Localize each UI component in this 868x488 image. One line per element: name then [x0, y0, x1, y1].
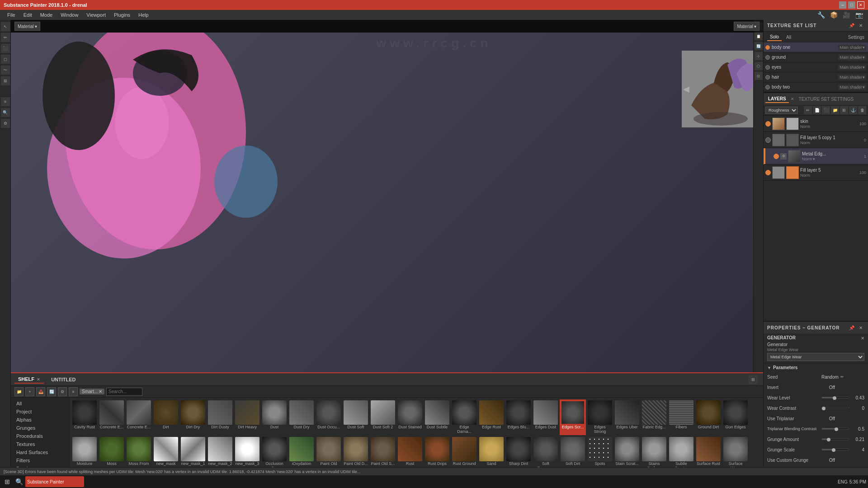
tool-icon-1[interactable]: 🔧 — [816, 9, 826, 20]
shelf-item-26[interactable]: Moss — [99, 436, 125, 472]
ts-item-hair[interactable]: hair Main shader▾ — [764, 72, 868, 82]
props-close[interactable]: ✕ — [857, 324, 864, 331]
shelf-item-49[interactable]: Surface Worn — [722, 436, 749, 472]
layer-metal-edge[interactable]: ⚙ Metal Edg... Norm ▾ 1 — [764, 148, 868, 164]
tool-mask[interactable]: ◻ — [1, 55, 10, 64]
shelf-item-23[interactable]: Ground Dirt — [695, 399, 722, 435]
shelf-item-24[interactable]: Gun Edges — [722, 399, 749, 435]
layers-btn-delete[interactable]: 🗑 — [858, 106, 866, 114]
shelf-item-0[interactable]: Cavity Rust — [71, 399, 98, 435]
shelf-item-38[interactable]: Rust Drips — [424, 436, 450, 472]
shelf-item-19[interactable]: Edges Strong — [587, 399, 613, 435]
menu-viewport[interactable]: Viewport — [83, 11, 109, 19]
layers-btn-anchor[interactable]: ⚓ — [849, 106, 857, 114]
shelf-item-42[interactable]: Soft Damag... — [533, 436, 559, 472]
menu-edit[interactable]: Edit — [20, 11, 36, 19]
shelf-item-29[interactable]: new_mask_1 — [180, 436, 206, 472]
viewport-left-dropdown[interactable]: Material ▾ — [14, 22, 40, 31]
shelf-item-13[interactable]: Dust Subtle — [424, 399, 450, 435]
param-triplanar-blend-slider[interactable] — [821, 428, 849, 430]
param-wear-contrast-value[interactable]: 0 — [821, 406, 864, 411]
ts-item-body-one[interactable]: body one Main shader▾ — [764, 42, 868, 52]
layers-btn-group[interactable]: 📁 — [831, 106, 839, 114]
shelf-grid-toggle[interactable]: ⊞ — [749, 375, 758, 384]
ts-settings[interactable]: Settings — [848, 35, 864, 40]
layer-vis-fill-copy[interactable] — [765, 137, 771, 143]
shelf-item-1[interactable]: Concrete E... — [99, 399, 125, 435]
category-alphas[interactable]: Alphas — [11, 416, 69, 424]
tool-icon-4[interactable]: 📷 — [854, 9, 864, 20]
tool-layers[interactable]: ≡ — [1, 97, 10, 106]
category-grunges[interactable]: Grunges — [11, 424, 69, 432]
shelf-item-40[interactable]: Sand — [478, 436, 505, 472]
taskbar-search[interactable]: 🔍 — [14, 476, 24, 487]
shelf-item-47[interactable]: Subtle Scrat... — [668, 436, 694, 472]
shelf-item-22[interactable]: Fibers — [668, 399, 694, 435]
shelf-item-44[interactable]: Spots — [587, 436, 613, 472]
param-wear-contrast-slider[interactable] — [821, 407, 849, 409]
shelf-item-43[interactable]: Soft Dirt — [560, 436, 586, 472]
tool-select[interactable]: ↖ — [1, 22, 10, 31]
shelf-item-41[interactable]: Sharp Dint — [505, 436, 532, 472]
generator-remove[interactable]: ✕ — [861, 336, 864, 341]
menu-help[interactable]: Help — [135, 11, 152, 19]
taskbar-app-1[interactable]: Substance Painter — [25, 476, 84, 487]
param-grunge-amount-value[interactable]: 0.21 — [821, 437, 864, 442]
shelf-item-39[interactable]: Rust Ground — [451, 436, 477, 472]
vp-btn-4[interactable]: ⊹ — [755, 52, 763, 60]
tool-smudge[interactable]: 〜 — [1, 66, 10, 75]
vp-btn-5[interactable]: ⬡ — [755, 62, 763, 70]
param-seed-edit[interactable]: ✏ — [840, 375, 844, 379]
shelf-item-33[interactable]: iOxydation — [288, 436, 315, 472]
layers-tab-inactive[interactable]: TEXTURE SET SETTINGS — [796, 96, 857, 103]
shelf-tab-shelf[interactable]: SHELF ✕ — [14, 375, 44, 384]
maximize-button[interactable]: □ — [848, 1, 855, 9]
tool-search[interactable]: 🔍 — [1, 108, 10, 117]
shelf-item-6[interactable]: Dirt Heavy — [234, 399, 260, 435]
param-grunge-amount-slider[interactable] — [821, 438, 849, 440]
shelf-item-45[interactable]: Stain Scrat... — [614, 436, 640, 472]
shelf-item-9[interactable]: Dust Occu... — [316, 399, 342, 435]
vp-btn-2[interactable]: 📋 — [755, 32, 763, 40]
category-all[interactable]: All — [11, 399, 69, 408]
category-hard-surfaces[interactable]: Hard Surfaces — [11, 448, 69, 456]
layer-fill-copy[interactable]: Fill layer 5 copy 1 Norm 0 — [764, 132, 868, 148]
shelf-item-12[interactable]: Dust Stained — [397, 399, 423, 435]
layer-fill5[interactable]: Fill layer 5 Norm 100 — [764, 164, 868, 181]
shelf-btn-filter[interactable]: ≡ — [69, 387, 78, 396]
shelf-item-7[interactable]: Dust — [261, 399, 288, 435]
layers-btn-mask[interactable]: ⊞ — [840, 106, 848, 114]
layers-btn-fill[interactable]: ⬛ — [822, 106, 830, 114]
shelf-btn-add[interactable]: + — [25, 387, 34, 396]
shelf-item-14[interactable]: Edge Dama... — [451, 399, 477, 435]
close-button[interactable]: ✕ — [857, 1, 864, 9]
ts-item-body-two[interactable]: body two Main shader▾ — [764, 82, 868, 92]
ts-tab-all[interactable]: All — [783, 34, 794, 41]
shelf-btn-settings[interactable]: ⚙ — [58, 387, 67, 396]
category-filters[interactable]: Filters — [11, 456, 69, 465]
tool-paint[interactable]: ✏ — [1, 33, 10, 42]
shelf-item-16[interactable]: Edges Blu... — [505, 399, 532, 435]
layer-vis-fill5[interactable] — [765, 170, 771, 175]
vp-btn-3[interactable]: 🔄 — [755, 42, 763, 50]
param-grunge-scale-slider[interactable] — [821, 449, 849, 450]
layer-vis-metal[interactable] — [774, 154, 779, 159]
shelf-item-35[interactable]: Paint Old D... — [343, 436, 369, 472]
start-button[interactable]: ⊞ — [2, 476, 13, 487]
shelf-item-10[interactable]: Dust Soft — [343, 399, 369, 435]
minimize-button[interactable]: ─ — [839, 1, 846, 9]
shelf-item-46[interactable]: Stains Surface — [641, 436, 667, 472]
shelf-item-32[interactable]: Occlusion S... — [261, 436, 288, 472]
menu-window[interactable]: Window — [57, 11, 82, 19]
shelf-item-25[interactable]: Moisture — [71, 436, 98, 472]
category-textures[interactable]: Textures — [11, 440, 69, 448]
shelf-item-37[interactable]: Rust — [397, 436, 423, 472]
param-triplanar-blend-value[interactable]: 0.5 — [821, 427, 864, 432]
shelf-item-11[interactable]: Dust Soft 2 — [370, 399, 396, 435]
category-procedurals[interactable]: Procedurals — [11, 432, 69, 440]
tool-settings[interactable]: ⚙ — [1, 119, 10, 128]
layers-tab-active[interactable]: LAYERS — [765, 95, 789, 103]
shelf-btn-import[interactable]: 📥 — [36, 387, 45, 396]
shelf-item-5[interactable]: Dirt Dusty — [207, 399, 233, 435]
tool-icon-2[interactable]: 📦 — [828, 9, 839, 20]
